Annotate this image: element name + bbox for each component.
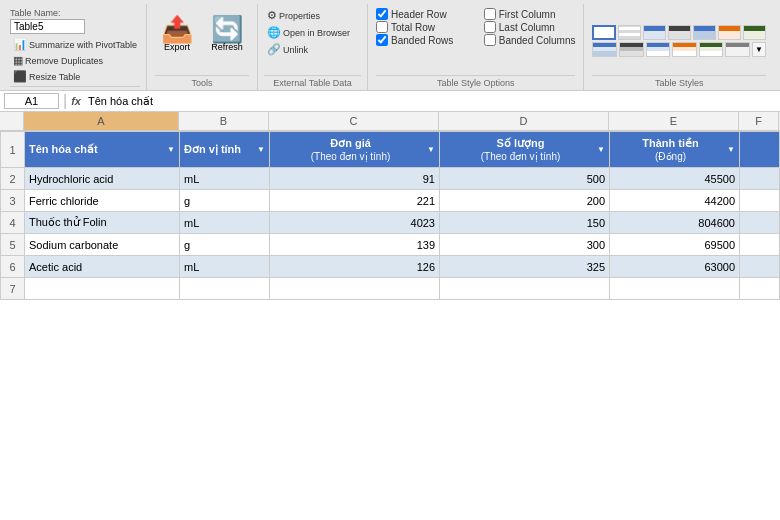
- header-donvitinh-arrow[interactable]: ▼: [257, 145, 265, 154]
- header-soluong-arrow[interactable]: ▼: [597, 145, 605, 154]
- cell-3-A[interactable]: Ferric chloride: [25, 190, 180, 212]
- cell-4-F[interactable]: [740, 212, 780, 234]
- table-row: 6 Acetic acid mL 126 325 63000: [1, 256, 780, 278]
- cell-reference-input[interactable]: [4, 93, 59, 109]
- total-row-check[interactable]: Total Row: [376, 21, 468, 33]
- header-cell-soluong[interactable]: Số lượng(Theo đơn vị tính) ▼: [440, 132, 610, 168]
- cell-3-D[interactable]: 200: [440, 190, 610, 212]
- cell-7-A[interactable]: [25, 278, 180, 300]
- header-row-label: Header Row: [391, 9, 447, 20]
- header-dongia-arrow[interactable]: ▼: [427, 145, 435, 154]
- first-column-check[interactable]: First Column: [484, 8, 576, 20]
- cell-5-D[interactable]: 300: [440, 234, 610, 256]
- cell-5-A[interactable]: Sodium carbonate: [25, 234, 180, 256]
- style-swatch-4[interactable]: [668, 25, 691, 40]
- cell-3-E[interactable]: 44200: [610, 190, 740, 212]
- refresh-button[interactable]: 🔄 Refresh: [205, 12, 249, 56]
- style-swatch-6[interactable]: [718, 25, 741, 40]
- cell-3-C[interactable]: 221: [270, 190, 440, 212]
- cell-2-A[interactable]: Hydrochloric acid: [25, 168, 180, 190]
- total-row-checkbox[interactable]: [376, 21, 388, 33]
- summarize-pivot-button[interactable]: 📊 Summarize with PivotTable: [10, 37, 140, 52]
- style-swatch-13[interactable]: [725, 42, 750, 57]
- cell-5-B[interactable]: g: [180, 234, 270, 256]
- export-button[interactable]: 📤 Export: [155, 12, 199, 56]
- cell-2-E[interactable]: 45500: [610, 168, 740, 190]
- style-swatch-9[interactable]: [619, 42, 644, 57]
- open-browser-button[interactable]: 🌐 Open in Browser: [264, 25, 361, 40]
- cell-6-E[interactable]: 63000: [610, 256, 740, 278]
- cell-4-C[interactable]: 4023: [270, 212, 440, 234]
- cell-4-E[interactable]: 804600: [610, 212, 740, 234]
- cell-3-F[interactable]: [740, 190, 780, 212]
- formula-input[interactable]: [85, 94, 776, 108]
- tools-group-title: Tools: [155, 75, 249, 88]
- cell-4-B[interactable]: mL: [180, 212, 270, 234]
- cell-2-C[interactable]: 91: [270, 168, 440, 190]
- header-row-checkbox[interactable]: [376, 8, 388, 20]
- resize-label: Resize Table: [29, 72, 80, 82]
- table-name-input[interactable]: [10, 19, 85, 34]
- banded-columns-check[interactable]: Banded Columns: [484, 34, 576, 46]
- unlink-icon: 🔗: [267, 43, 281, 56]
- last-column-checkbox[interactable]: [484, 21, 496, 33]
- style-swatch-7[interactable]: [743, 25, 766, 40]
- remove-duplicates-button[interactable]: ▦ Remove Duplicates: [10, 53, 140, 68]
- style-swatch-5[interactable]: [693, 25, 716, 40]
- table-row: 3 Ferric chloride g 221 200 44200: [1, 190, 780, 212]
- cell-3-B[interactable]: g: [180, 190, 270, 212]
- table-row-empty: 7: [1, 278, 780, 300]
- cell-5-E[interactable]: 69500: [610, 234, 740, 256]
- unlink-button[interactable]: 🔗 Unlink: [264, 42, 361, 57]
- style-swatch-more[interactable]: ▼: [752, 42, 766, 57]
- cell-5-F[interactable]: [740, 234, 780, 256]
- swatch-row-1: [592, 25, 766, 40]
- header-dongia-text: Đơn giá(Theo đơn vị tính): [274, 137, 427, 162]
- header-donvitinh-text: Đơn vị tính: [184, 143, 241, 156]
- table-row: 4 Thuốc thử Folin mL 4023 150 804600: [1, 212, 780, 234]
- header-cell-tenhoachat[interactable]: Tên hóa chất ▼: [25, 132, 180, 168]
- data-table: 1 Tên hóa chất ▼ Đơn vị tính ▼ Đơn giá(T: [0, 131, 780, 300]
- style-swatch-10[interactable]: [646, 42, 671, 57]
- cell-4-D[interactable]: 150: [440, 212, 610, 234]
- header-row-check[interactable]: Header Row: [376, 8, 468, 20]
- last-column-check[interactable]: Last Column: [484, 21, 576, 33]
- banded-columns-checkbox[interactable]: [484, 34, 496, 46]
- col-header-E: E: [609, 112, 739, 130]
- header-cell-dongia[interactable]: Đơn giá(Theo đơn vị tính) ▼: [270, 132, 440, 168]
- cell-6-A[interactable]: Acetic acid: [25, 256, 180, 278]
- banded-rows-checkbox[interactable]: [376, 34, 388, 46]
- resize-table-button[interactable]: ⬛ Resize Table: [10, 69, 140, 84]
- style-swatch-12[interactable]: [699, 42, 724, 57]
- cell-7-C[interactable]: [270, 278, 440, 300]
- ribbon-group-external: ⚙ Properties 🌐 Open in Browser 🔗 Unlink …: [258, 4, 368, 90]
- cell-2-B[interactable]: mL: [180, 168, 270, 190]
- style-swatch-8[interactable]: [592, 42, 617, 57]
- header-cell-thanhtien[interactable]: Thành tiền(Đồng) ▼: [610, 132, 740, 168]
- cell-2-D[interactable]: 500: [440, 168, 610, 190]
- header-tenhoachat-arrow[interactable]: ▼: [167, 145, 175, 154]
- style-swatch-1[interactable]: [592, 25, 615, 40]
- style-swatch-3[interactable]: [643, 25, 666, 40]
- cell-7-F[interactable]: [740, 278, 780, 300]
- banded-rows-check[interactable]: Banded Rows: [376, 34, 468, 46]
- style-swatch-2[interactable]: [618, 25, 641, 40]
- cell-7-E[interactable]: [610, 278, 740, 300]
- cell-7-D[interactable]: [440, 278, 610, 300]
- cell-5-C[interactable]: 139: [270, 234, 440, 256]
- cell-4-A[interactable]: Thuốc thử Folin: [25, 212, 180, 234]
- first-column-checkbox[interactable]: [484, 8, 496, 20]
- cell-6-B[interactable]: mL: [180, 256, 270, 278]
- cell-6-D[interactable]: 325: [440, 256, 610, 278]
- cell-6-C[interactable]: 126: [270, 256, 440, 278]
- properties-button[interactable]: ⚙ Properties: [264, 8, 361, 23]
- row-num-3: 3: [1, 190, 25, 212]
- cell-2-F[interactable]: [740, 168, 780, 190]
- cell-6-F[interactable]: [740, 256, 780, 278]
- first-column-label: First Column: [499, 9, 556, 20]
- cell-7-B[interactable]: [180, 278, 270, 300]
- style-swatch-11[interactable]: [672, 42, 697, 57]
- summarize-label: Summarize with PivotTable: [29, 40, 137, 50]
- header-cell-donvitinh[interactable]: Đơn vị tính ▼: [180, 132, 270, 168]
- header-thanhtien-arrow[interactable]: ▼: [727, 145, 735, 154]
